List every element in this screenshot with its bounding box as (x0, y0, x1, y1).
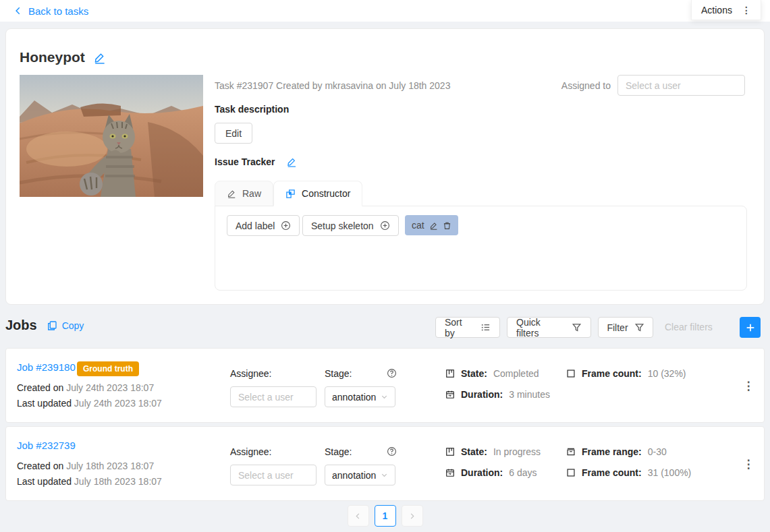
tab-raw-label: Raw (242, 188, 261, 199)
plus-circle-icon (281, 220, 291, 231)
issue-tracker-row: Issue Tracker (215, 156, 297, 167)
state-label: State: (461, 446, 487, 457)
stage-select-value: annotation (332, 470, 376, 481)
sort-by-label: Sort by (445, 317, 474, 338)
help-circle-icon[interactable] (387, 446, 397, 456)
edit-description-button[interactable]: Edit (215, 123, 252, 144)
frame-count-square-icon (566, 468, 576, 477)
job-link[interactable]: Job #239180 (17, 361, 76, 373)
edit-issue-tracker-icon[interactable] (286, 156, 297, 167)
created-on-line: Created on July 18th 2023 18:07 (17, 461, 154, 471)
actions-button[interactable]: Actions ⋮ (691, 0, 761, 20)
last-updated-label: Last updated (17, 398, 72, 409)
add-label-button-label: Add label (236, 220, 275, 231)
chevron-down-icon (381, 393, 388, 401)
task-assignee-input[interactable] (617, 75, 745, 96)
assignee-label: Assignee: (230, 446, 271, 457)
tab-raw[interactable]: Raw (215, 181, 273, 206)
sort-by-button[interactable]: Sort by (435, 317, 500, 338)
assigned-to-row: Assigned to (561, 75, 745, 96)
jobs-header: Jobs Copy (5, 318, 84, 333)
task-title-row: Honeypot (20, 49, 106, 65)
setup-skeleton-button[interactable]: Setup skeleton (302, 215, 399, 236)
edit-title-icon[interactable] (93, 51, 106, 64)
filter-funnel-icon (572, 322, 582, 332)
copy-jobs-link[interactable]: Copy (47, 320, 84, 331)
frame-count-label: Frame count: (582, 467, 642, 478)
frame-range-box-icon (566, 447, 576, 456)
pencil-icon (227, 189, 236, 198)
state-value: In progress (493, 446, 541, 457)
job-row-232739: Job #232739 Created on July 18th 2023 18… (5, 426, 765, 501)
job-menu-button[interactable]: ⋮ (739, 454, 758, 473)
edit-label-icon[interactable] (429, 221, 438, 230)
duration-info: Duration: 6 days (445, 467, 537, 478)
frame-count-info: Frame count: 10 (32%) (566, 368, 686, 379)
duration-calendar-icon (445, 390, 455, 399)
labels-tabs: Raw Constructor (215, 181, 362, 206)
frame-count-square-icon (566, 369, 576, 378)
more-vertical-icon: ⋮ (742, 5, 751, 16)
stage-select[interactable]: annotation (325, 386, 395, 407)
top-bar: Back to tasks Actions ⋮ (0, 0, 770, 22)
last-updated-line: Last updated July 18th 2023 18:07 (17, 476, 162, 487)
job-menu-button[interactable]: ⋮ (739, 376, 758, 395)
tab-constructor[interactable]: Constructor (273, 181, 362, 206)
duration-calendar-icon (445, 468, 455, 477)
issue-tracker-label: Issue Tracker (215, 156, 275, 167)
filter-label: Filter (607, 322, 628, 333)
label-constructor-panel: Add label Setup skeleton cat (215, 206, 747, 291)
back-to-tasks-link[interactable]: Back to tasks (13, 0, 88, 22)
block-icon (285, 189, 296, 199)
copy-label: Copy (62, 320, 84, 331)
pagination: 1 (348, 505, 423, 527)
task-description-label: Task description (215, 104, 289, 115)
delete-label-icon[interactable] (443, 221, 451, 230)
stage-select[interactable]: annotation (325, 465, 395, 485)
frame-count-info: Frame count: 31 (100%) (566, 467, 691, 478)
add-label-button[interactable]: Add label (227, 215, 300, 236)
job-assignee-input[interactable] (230, 386, 317, 407)
state-info: State: Completed (445, 368, 539, 379)
created-on-line: Created on July 24th 2023 18:07 (17, 382, 154, 393)
jobs-title: Jobs (5, 318, 37, 333)
pagination-page-1[interactable]: 1 (375, 505, 396, 527)
ground-truth-badge: Ground truth (77, 361, 139, 376)
quick-filters-button[interactable]: Quick filters (507, 317, 591, 338)
actions-label: Actions (701, 5, 732, 16)
job-row-239180: Job #239180 Ground truth Created on July… (5, 348, 765, 423)
task-preview-image (20, 75, 203, 197)
pagination-next-button[interactable] (402, 505, 423, 527)
frame-count-label: Frame count: (582, 368, 642, 379)
frame-range-label: Frame range: (582, 446, 642, 457)
job-assignee-input[interactable] (230, 465, 317, 485)
chevron-left-icon (13, 6, 23, 16)
job-link[interactable]: Job #232739 (17, 440, 76, 451)
created-on-value: July 24th 2023 18:07 (66, 382, 154, 393)
filter-button[interactable]: Filter (598, 317, 653, 338)
frame-count-value: 31 (100%) (648, 467, 692, 478)
help-circle-icon[interactable] (387, 368, 397, 378)
copy-icon (47, 320, 57, 331)
last-updated-line: Last updated July 24th 2023 18:07 (17, 398, 162, 409)
state-board-icon (445, 447, 455, 456)
tab-constructor-label: Constructor (302, 188, 350, 199)
pagination-prev-button[interactable] (348, 505, 369, 527)
created-on-label: Created on (17, 382, 63, 393)
created-on-value: July 18th 2023 18:07 (66, 461, 154, 471)
last-updated-label: Last updated (17, 476, 72, 487)
assignee-label: Assignee: (230, 368, 271, 379)
duration-value: 6 days (509, 467, 537, 478)
created-on-label: Created on (17, 461, 63, 471)
back-to-tasks-label: Back to tasks (28, 5, 88, 17)
duration-label: Duration: (461, 389, 503, 400)
clear-filters-button[interactable]: Clear filters (665, 322, 713, 332)
add-job-button[interactable] (740, 317, 761, 338)
stage-label: Stage: (325, 368, 352, 379)
stage-label: Stage: (325, 446, 352, 457)
last-updated-value: July 18th 2023 18:07 (74, 476, 162, 487)
state-info: State: In progress (445, 446, 541, 457)
task-title: Honeypot (20, 49, 85, 65)
state-label: State: (461, 368, 487, 379)
assigned-to-label: Assigned to (561, 80, 611, 91)
